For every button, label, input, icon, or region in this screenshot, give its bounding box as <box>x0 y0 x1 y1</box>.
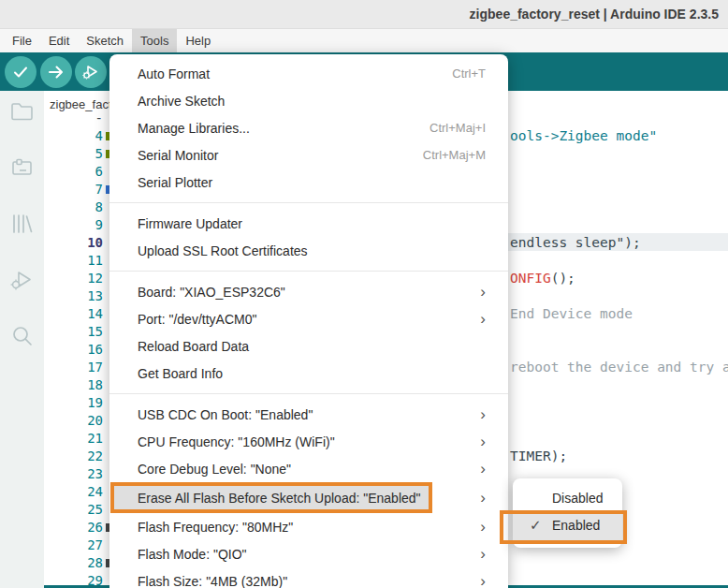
title-bar: zigbee_factory_reset | Arduino IDE 2.3.5 <box>0 0 728 29</box>
menubar-item-tools[interactable]: Tools <box>132 29 177 52</box>
tools-menu-item[interactable]: Serial Plotter <box>109 169 508 196</box>
menubar-item-sketch[interactable]: Sketch <box>78 29 132 52</box>
tools-menu-item-label: Manage Libraries... <box>138 121 250 136</box>
tools-menu-item-label: Flash Frequency: "80MHz" <box>138 520 293 535</box>
line-number-12: 12 <box>56 270 103 287</box>
line-number-28: 28 <box>56 554 103 572</box>
line-number-14: 14 <box>56 305 103 323</box>
line-number-19: 19 <box>56 394 103 412</box>
line-number-18: 18 <box>56 376 103 394</box>
submenu-item-label: Disabled <box>552 491 603 506</box>
debug-button[interactable] <box>75 56 107 88</box>
menu-shortcut: Ctrl+Maj+M <box>423 148 486 162</box>
erase-flash-submenu: Disabled✓Enabled <box>513 478 622 548</box>
tools-menu-item-label: Serial Plotter <box>138 175 212 190</box>
activity-bar <box>0 91 44 588</box>
tools-menu-item[interactable]: Auto FormatCtrl+T <box>109 60 508 87</box>
menu-bar: FileEditSketchToolsHelp <box>0 29 728 52</box>
sketchbook-folder-icon[interactable] <box>9 98 35 124</box>
line-number-24: 24 <box>56 483 103 501</box>
chevron-right-icon: › <box>480 311 486 327</box>
chevron-right-icon: › <box>480 490 486 506</box>
tools-menu-item-label: Flash Mode: "QIO" <box>138 547 247 562</box>
submenu-item-disabled[interactable]: Disabled <box>513 486 622 510</box>
tools-menu-item-label: Get Board Info <box>138 366 223 381</box>
line-number-16: 16 <box>56 341 103 359</box>
line-number-4: 4 <box>56 127 103 145</box>
arduino-ide-window: zigbee_factory_reset | Arduino IDE 2.3.5… <box>0 0 728 588</box>
code-fragment-line-10: endless sleep"); <box>510 234 641 252</box>
line-number-17: 17 <box>56 359 103 376</box>
tools-menu-item-label: Auto Format <box>138 66 210 81</box>
upload-button[interactable] <box>40 56 72 88</box>
tools-menu-popup: Auto FormatCtrl+TArchive SketchManage Li… <box>109 54 508 588</box>
menu-separator <box>109 393 508 394</box>
line-number-11: 11 <box>56 252 103 270</box>
tools-menu-item-label: Upload SSL Root Certificates <box>138 243 308 258</box>
tools-menu-item-label: Core Debug Level: "None" <box>138 462 291 477</box>
line-number-5: 5 <box>56 145 103 163</box>
tools-menu-item[interactable]: CPU Frequency: "160MHz (WiFi)"› <box>109 428 508 455</box>
tools-menu-item-label: USB CDC On Boot: "Enabled" <box>138 407 313 422</box>
chevron-right-icon: › <box>480 546 486 562</box>
line-number-26: 26 <box>56 519 103 537</box>
tools-menu-item[interactable]: Board: "XIAO_ESP32C6"› <box>109 278 508 305</box>
line-number-10: 10 <box>56 234 103 252</box>
tools-menu-item[interactable]: Core Debug Level: "None"› <box>109 455 508 482</box>
menu-shortcut: Ctrl+Maj+I <box>430 121 486 135</box>
tools-menu-item-label: Port: "/dev/ttyACM0" <box>138 312 256 327</box>
tools-menu-item-label: Board: "XIAO_ESP32C6" <box>138 285 285 300</box>
chevron-right-icon: › <box>480 284 486 300</box>
code-fragment-line-17: reboot the device and try aga <box>510 359 728 376</box>
line-number-8: 8 <box>56 198 103 216</box>
menubar-item-file[interactable]: File <box>4 29 40 52</box>
search-icon[interactable] <box>9 323 35 348</box>
code-fragment-line-4: ools->Zigbee mode" <box>510 127 657 145</box>
menubar-item-edit[interactable]: Edit <box>40 29 78 52</box>
tools-menu-item[interactable]: Port: "/dev/ttyACM0"› <box>109 305 508 332</box>
tools-menu-item[interactable]: Flash Frequency: "80MHz"› <box>109 513 508 540</box>
menubar-item-help[interactable]: Help <box>177 29 219 52</box>
check-icon <box>12 64 29 81</box>
tools-menu-item[interactable]: Upload SSL Root Certificates <box>109 237 508 264</box>
tools-menu-item[interactable]: Flash Size: "4MB (32Mb)"› <box>109 567 508 588</box>
line-number-13: 13 <box>56 287 103 305</box>
tools-menu-item-label: Archive Sketch <box>138 94 225 109</box>
tools-menu-item-label: Reload Board Data <box>138 339 249 354</box>
tools-menu-item[interactable]: Manage Libraries...Ctrl+Maj+I <box>109 114 508 141</box>
line-number-25: 25 <box>56 501 103 519</box>
line-number-22: 22 <box>56 448 103 465</box>
debug-icon[interactable] <box>9 267 35 292</box>
code-fragment-line-12: ONFIG(); <box>510 270 575 287</box>
menu-shortcut: Ctrl+T <box>452 66 486 81</box>
line-number-23: 23 <box>56 465 103 483</box>
tools-menu-item[interactable]: Firmware Updater <box>109 210 508 237</box>
line-number-27: 27 <box>56 537 103 554</box>
tools-menu-item[interactable]: Serial MonitorCtrl+Maj+M <box>109 141 508 169</box>
chevron-right-icon: › <box>480 434 486 449</box>
chevron-right-icon: › <box>480 573 486 588</box>
line-number-20: 20 <box>56 412 103 430</box>
chevron-right-icon: › <box>480 519 486 535</box>
library-manager-icon[interactable] <box>9 211 35 236</box>
tools-menu-item[interactable]: USB CDC On Boot: "Enabled"› <box>109 401 508 428</box>
erase-flash-highlight-box: Erase All Flash Before Sketch Upload: "E… <box>110 482 432 513</box>
chevron-right-icon: › <box>480 461 486 477</box>
submenu-item-label: Enabled <box>552 518 600 533</box>
tools-menu-item[interactable]: Archive Sketch <box>109 87 508 114</box>
verify-button[interactable] <box>5 56 36 88</box>
tools-menu-item[interactable]: Erase All Flash Before Sketch Upload: "E… <box>109 482 508 513</box>
code-fragment-line-22: TIMER); <box>510 448 567 465</box>
gutter-partial-line: - <box>56 110 103 127</box>
window-title: zigbee_factory_reset | Arduino IDE 2.3.5 <box>470 7 728 22</box>
tools-menu-item-label: Serial Monitor <box>138 148 218 163</box>
tools-menu-item[interactable]: Get Board Info <box>109 360 508 387</box>
submenu-item-enabled[interactable]: ✓Enabled <box>513 510 622 540</box>
tools-menu-item-label: CPU Frequency: "160MHz (WiFi)" <box>138 434 335 449</box>
tools-menu-item-label: Erase All Flash Before Sketch Upload: "E… <box>138 491 421 506</box>
menu-separator <box>109 202 508 203</box>
line-number-9: 9 <box>56 216 103 234</box>
tools-menu-item[interactable]: Reload Board Data <box>109 332 508 360</box>
tools-menu-item[interactable]: Flash Mode: "QIO"› <box>109 540 508 567</box>
boards-manager-icon[interactable] <box>9 154 35 180</box>
